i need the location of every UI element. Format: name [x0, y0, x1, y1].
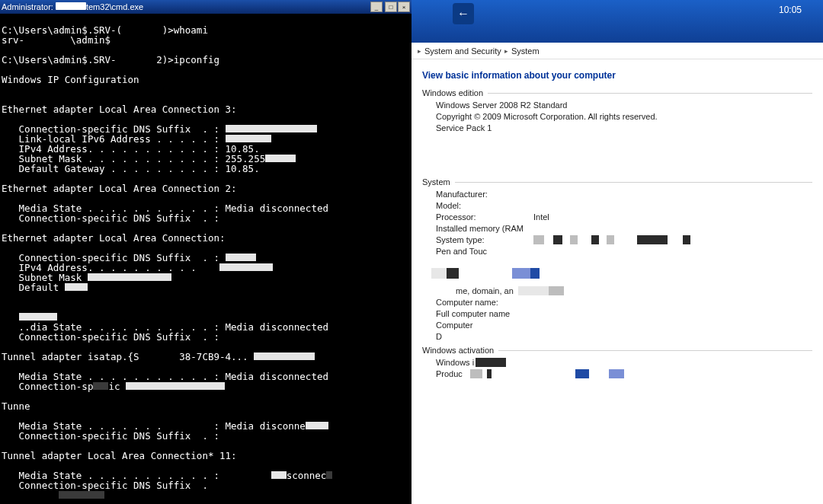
redaction: [271, 471, 287, 479]
redaction: [533, 235, 690, 244]
group-label: System: [422, 177, 450, 187]
cmd-text: Default: [2, 282, 59, 293]
cmd-line: srv- \admin$: [2, 34, 110, 46]
copyright-text: Copyright © 2009 Microsoft Corporation. …: [436, 112, 658, 121]
cmd-line: Default: [2, 282, 88, 293]
redaction: [476, 358, 506, 367]
cmd-line: Ethernet adapter Local Area Connection 2…: [2, 183, 237, 194]
redaction: [59, 491, 104, 499]
label-product-id: Produc: [436, 369, 463, 378]
cmd-line: Ethernet adapter Local Area Connection:: [2, 232, 226, 244]
cmd-line: [2, 490, 104, 501]
minimize-button[interactable]: _: [370, 2, 383, 12]
redaction: [226, 254, 256, 261]
redaction: [93, 382, 108, 390]
cmd-window: Administrator: tem32\cmd.exe _ □ × C:\Us…: [0, 0, 412, 504]
divider: [498, 350, 812, 351]
clock-text: 10:05: [779, 5, 802, 15]
cmd-line: Tunnel adapter isatap.{S 38-7CB9-4...: [2, 351, 315, 362]
redaction: [226, 135, 271, 142]
page-title: View basic information about your comput…: [422, 70, 812, 81]
cmd-title-prefix: Administrator:: [2, 2, 56, 11]
group-label: Windows activation: [422, 346, 494, 355]
group-windows-activation: Windows activation: [422, 346, 812, 355]
label-model: Model:: [436, 201, 533, 210]
value-processor: Intel: [533, 212, 549, 222]
redaction: [88, 273, 171, 281]
label-d: D: [436, 332, 533, 341]
label-pen-touch: Pen and Touc: [436, 247, 487, 256]
chevron-right-icon: ▸: [504, 47, 508, 55]
cmd-line: Connection-specific DNS Suffix . :: [2, 212, 219, 224]
cmd-text: Tunnel adapter isatap.{S 38-7CB9-4...: [2, 351, 248, 362]
redaction: [306, 422, 328, 429]
breadcrumb[interactable]: ▸ System and Security ▸ System: [412, 43, 823, 59]
group-system: System: [422, 177, 812, 187]
label-full-computer-name: Full computer name: [436, 309, 510, 318]
cmd-line: Windows IP Configuration: [2, 74, 139, 85]
redaction: [56, 2, 86, 10]
redaction: [219, 263, 273, 271]
redaction: [431, 268, 540, 279]
label-ram: Installed memory (RAM: [436, 224, 524, 233]
cmd-line: Default Gateway . . . . . . . . . : 10.8…: [2, 163, 260, 174]
label-manufacturer: Manufacturer:: [436, 190, 533, 199]
os-name: Windows Server 2008 R2 Standard: [436, 100, 567, 110]
group-label: Windows edition: [422, 88, 483, 97]
redaction: [518, 286, 564, 295]
group-windows-edition: Windows edition: [422, 88, 812, 97]
label-windows-activated: Windows i: [436, 358, 474, 367]
cmd-line: Tunne: [2, 400, 30, 412]
maximize-button[interactable]: □: [385, 2, 397, 12]
cmd-title: Administrator: tem32\cmd.exe: [2, 2, 370, 11]
divider: [488, 93, 812, 94]
cmd-title-suffix: tem32\cmd.exe: [86, 2, 143, 11]
redaction: [226, 125, 317, 132]
label-system-type: System type:: [436, 235, 533, 244]
cmd-line: Connection-specific DNS Suffix . :: [2, 430, 219, 442]
redaction: [265, 155, 296, 162]
back-arrow-icon: ←: [457, 7, 469, 21]
explorer-titlebar[interactable]: ← 10:05: [412, 0, 823, 43]
redaction: [326, 471, 332, 479]
cmd-line: Connection-spic: [2, 381, 225, 392]
chevron-right-icon: ▸: [418, 47, 421, 55]
redaction: [254, 352, 315, 360]
service-pack: Service Pack 1: [436, 123, 492, 132]
label-name-domain: me, domain, an: [456, 286, 514, 295]
cmd-line: C:\Users\admin$.SRV- 2)>ipconfig: [2, 54, 219, 65]
redaction: [126, 382, 225, 390]
system-panel: ← 10:05 ▸ System and Security ▸ System V…: [412, 0, 823, 504]
system-content: View basic information about your comput…: [412, 59, 823, 504]
breadcrumb-item[interactable]: System and Security: [424, 46, 501, 56]
redaction: [470, 369, 624, 378]
redaction: [65, 283, 88, 291]
divider: [455, 182, 812, 183]
label-processor: Processor:: [436, 212, 533, 222]
back-button[interactable]: ←: [453, 3, 474, 24]
label-computer: Computer: [436, 321, 533, 330]
close-button[interactable]: ×: [398, 2, 410, 12]
breadcrumb-item[interactable]: System: [511, 46, 540, 56]
label-computer-name: Computer name:: [436, 298, 533, 307]
cmd-line: Ethernet adapter Local Area Connection 3…: [2, 104, 237, 115]
cmd-line: Connection-specific DNS Suffix . :: [2, 331, 219, 343]
cmd-line: Tunnel adapter Local Area Connection* 11…: [2, 450, 237, 461]
cmd-titlebar[interactable]: Administrator: tem32\cmd.exe _ □ ×: [0, 0, 412, 14]
cmd-output[interactable]: C:\Users\admin$.SRV-( )>whoami srv- \adm…: [0, 14, 412, 504]
redaction: [19, 313, 57, 321]
